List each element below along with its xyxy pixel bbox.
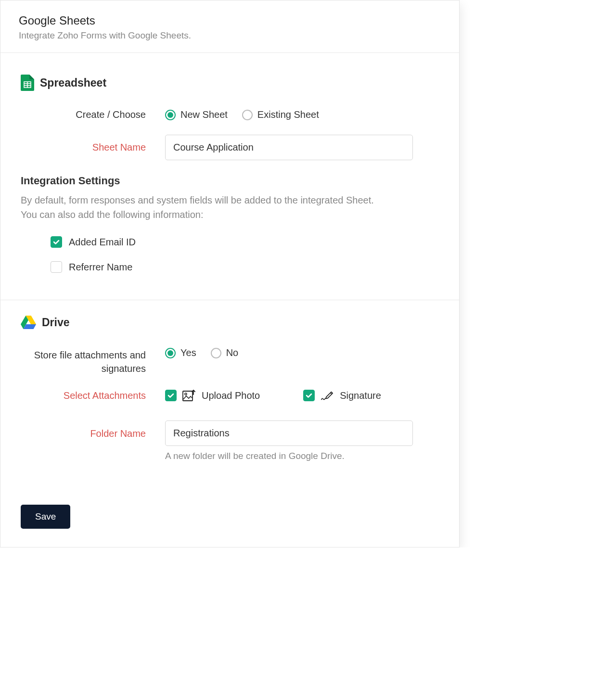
radio-icon	[211, 348, 221, 358]
attachments-group: Upload Photo Signature	[165, 390, 381, 401]
drive-heading-text: Drive	[42, 316, 70, 329]
panel-title: Google Sheets	[19, 14, 441, 27]
select-attachments-row: Select Attachments Upload Photo	[21, 390, 439, 401]
upload-photo-label: Upload Photo	[202, 390, 260, 401]
spreadsheet-heading: Spreadsheet	[21, 75, 439, 91]
folder-name-row: Folder Name A new folder will be created…	[21, 420, 439, 461]
existing-sheet-radio[interactable]: Existing Sheet	[242, 109, 319, 120]
svg-point-5	[185, 393, 187, 395]
panel-subtitle: Integrate Zoho Forms with Google Sheets.	[19, 30, 441, 41]
sheet-name-label: Sheet Name	[21, 142, 165, 153]
store-no-label: No	[226, 347, 239, 358]
sheet-name-input[interactable]	[165, 135, 413, 160]
integration-settings: Integration Settings By default, form re…	[21, 175, 439, 273]
image-upload-icon	[182, 390, 196, 401]
store-yes-label: Yes	[180, 347, 196, 358]
store-yes-radio[interactable]: Yes	[165, 347, 196, 358]
integration-settings-desc: By default, form responses and system fi…	[21, 193, 439, 222]
integration-desc-line1: By default, form responses and system fi…	[21, 195, 374, 205]
check-icon	[167, 392, 175, 399]
integration-checkbox-list: Added Email ID Referrer Name	[21, 236, 439, 273]
folder-name-input[interactable]	[165, 420, 413, 446]
store-no-radio[interactable]: No	[211, 347, 239, 358]
referrer-name-row: Referrer Name	[51, 261, 439, 273]
panel-header: Google Sheets Integrate Zoho Forms with …	[0, 0, 459, 53]
store-radio-group: Yes No	[165, 347, 238, 358]
google-drive-icon	[21, 316, 36, 329]
svg-rect-4	[183, 391, 192, 401]
existing-sheet-label: Existing Sheet	[257, 109, 319, 120]
new-sheet-radio[interactable]: New Sheet	[165, 109, 228, 120]
spreadsheet-heading-text: Spreadsheet	[40, 76, 106, 89]
store-attachments-row: Store file attachments and signatures Ye…	[21, 347, 439, 375]
signature-icon	[321, 390, 334, 401]
store-attachments-label: Store file attachments and signatures	[21, 347, 165, 375]
referrer-name-checkbox[interactable]	[51, 261, 62, 273]
sheet-name-row: Sheet Name	[21, 135, 439, 160]
radio-icon	[165, 110, 176, 120]
signature-item: Signature	[303, 390, 381, 401]
added-email-id-row: Added Email ID	[51, 236, 439, 248]
panel-footer: Save	[0, 490, 459, 547]
new-sheet-label: New Sheet	[180, 109, 228, 120]
check-icon	[305, 392, 313, 399]
signature-checkbox[interactable]	[303, 390, 315, 401]
added-email-id-checkbox[interactable]	[51, 236, 62, 248]
integration-panel: Google Sheets Integrate Zoho Forms with …	[0, 0, 460, 547]
drive-section: Drive Store file attachments and signatu…	[0, 300, 459, 490]
folder-name-col: A new folder will be created in Google D…	[165, 420, 413, 461]
upload-photo-item: Upload Photo	[165, 390, 260, 401]
select-attachments-label: Select Attachments	[21, 390, 165, 401]
create-choose-row: Create / Choose New Sheet Existing Sheet	[21, 109, 439, 120]
check-icon	[52, 238, 60, 246]
signature-label: Signature	[340, 390, 381, 401]
folder-name-label: Folder Name	[21, 420, 165, 439]
radio-icon	[165, 348, 176, 358]
google-sheets-icon	[21, 75, 34, 91]
referrer-name-label: Referrer Name	[69, 262, 132, 273]
svg-line-6	[331, 393, 332, 394]
create-choose-radio-group: New Sheet Existing Sheet	[165, 109, 319, 120]
spreadsheet-section: Spreadsheet Create / Choose New Sheet Ex…	[0, 53, 459, 300]
radio-icon	[242, 110, 253, 120]
integration-desc-line2: You can also add the following informati…	[21, 209, 204, 220]
drive-heading: Drive	[21, 316, 439, 329]
integration-settings-title: Integration Settings	[21, 175, 439, 187]
save-button[interactable]: Save	[21, 505, 70, 529]
folder-name-help: A new folder will be created in Google D…	[165, 451, 413, 461]
upload-photo-checkbox[interactable]	[165, 390, 177, 401]
create-choose-label: Create / Choose	[21, 109, 165, 120]
added-email-id-label: Added Email ID	[69, 237, 136, 248]
